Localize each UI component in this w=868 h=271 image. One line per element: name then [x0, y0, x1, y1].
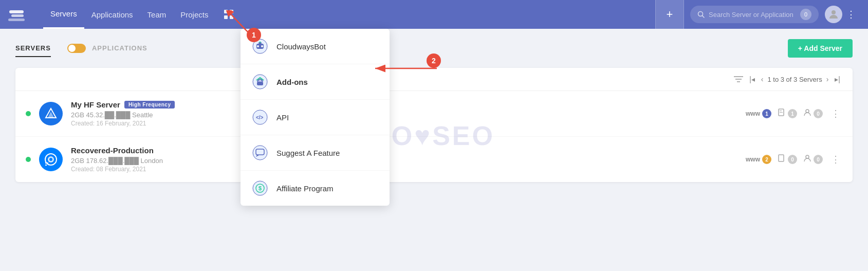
servers-container: |◂ ‹ 1 to 3 of 3 Servers › ▸| My HF Serv…: [15, 68, 853, 182]
user-icon: [803, 109, 811, 119]
user-stat: 0: [803, 109, 823, 119]
pagination-info: 1 to 3 of 3 Servers: [767, 76, 822, 83]
menu-item-suggest[interactable]: Suggest A Feature: [241, 135, 390, 171]
file-icon: [778, 154, 786, 165]
server-stats: www 2 0 0 ⋮: [746, 152, 842, 167]
svg-point-9: [832, 10, 836, 14]
menu-item-label: Suggest A Feature: [276, 149, 340, 157]
www-icon: www: [746, 110, 760, 117]
svg-point-29: [261, 45, 263, 47]
menu-item-label: Add-ons: [276, 78, 308, 86]
dollar-icon: $: [251, 179, 269, 192]
tab-servers[interactable]: SERVERS: [15, 40, 51, 57]
svg-text:$: $: [258, 185, 262, 191]
servers-apps-toggle[interactable]: [67, 44, 86, 53]
add-server-button[interactable]: + Add Server: [788, 39, 853, 58]
server-row: Recovered-Production 2GB 178.62.███.███ …: [15, 137, 853, 182]
bot-icon: [251, 37, 269, 56]
chat-icon: [251, 143, 269, 162]
svg-point-38: [253, 146, 267, 160]
menu-item-api[interactable]: </> API: [241, 100, 390, 135]
search-input[interactable]: [709, 11, 796, 19]
menu-item-label: Affiliate Program: [276, 184, 334, 193]
server-name-row: My HF Server High Frequency: [71, 100, 737, 109]
menu-item-addons[interactable]: Add-ons: [241, 64, 390, 100]
search-area: 0: [690, 6, 819, 23]
svg-point-25: [806, 155, 809, 158]
search-icon: [697, 11, 705, 18]
file-stat: 0: [778, 154, 797, 165]
file-icon: [778, 109, 786, 119]
svg-rect-0: [9, 10, 24, 13]
svg-rect-16: [780, 111, 782, 111]
menu-item-cloudwaysbot[interactable]: CloudwaysBot: [241, 29, 390, 64]
svg-rect-5: [224, 15, 228, 19]
svg-rect-24: [779, 155, 784, 161]
server-name-row: Recovered-Production: [71, 146, 737, 155]
dropdown-menu: CloudwaysBot Add-ons </> API: [241, 29, 390, 192]
www-stat: www 2: [746, 155, 771, 164]
svg-rect-17: [780, 112, 783, 113]
main-content: SERVERS APPLICATIONS + Add Server |◂ ‹ 1…: [0, 29, 868, 192]
user-count: 0: [814, 155, 823, 164]
server-name[interactable]: My HF Server: [71, 100, 120, 109]
www-icon: www: [746, 156, 760, 163]
svg-rect-1: [11, 14, 24, 17]
filter-icon[interactable]: [734, 76, 743, 83]
nav-projects[interactable]: Projects: [173, 0, 215, 29]
nav-team[interactable]: Team: [140, 0, 174, 29]
grid-menu-button[interactable]: [219, 5, 238, 24]
status-indicator: [26, 111, 31, 116]
menu-item-label: CloudwaysBot: [276, 42, 326, 51]
logo-icon: [8, 6, 31, 23]
nav-more-button[interactable]: ⋮: [842, 7, 860, 22]
svg-text:</>: </>: [256, 115, 264, 120]
file-count: 1: [788, 109, 797, 118]
user-icon: [803, 154, 811, 165]
server-meta: 2GB 178.62.███.███ London: [71, 157, 737, 165]
svg-point-28: [257, 45, 259, 47]
svg-rect-33: [257, 82, 263, 85]
www-stat: www 1: [746, 109, 771, 118]
server-logo-do: [39, 148, 63, 171]
nav-links: Servers Applications Team Projects: [43, 0, 238, 29]
tab-applications[interactable]: APPLICATIONS: [92, 40, 147, 57]
high-frequency-badge: High Frequency: [124, 101, 175, 109]
server-info: My HF Server High Frequency 2GB 45.32.██…: [71, 100, 737, 127]
last-page-button[interactable]: ▸|: [833, 74, 842, 84]
user-avatar[interactable]: [825, 6, 842, 23]
svg-point-21: [49, 158, 52, 161]
server-date: Created: 16 February, 2021: [71, 120, 737, 127]
server-more-button[interactable]: ⋮: [829, 106, 842, 121]
top-navigation: Servers Applications Team Projects + 0: [0, 0, 868, 29]
file-count: 0: [788, 155, 797, 164]
nav-add-button[interactable]: +: [655, 0, 684, 29]
server-more-button[interactable]: ⋮: [829, 152, 842, 167]
logo[interactable]: [8, 6, 31, 23]
file-stat: 1: [778, 109, 797, 119]
first-page-button[interactable]: |◂: [747, 74, 757, 84]
svg-rect-6: [230, 15, 233, 19]
servers-header: |◂ ‹ 1 to 3 of 3 Servers › ▸|: [15, 68, 853, 91]
www-count: 1: [762, 109, 771, 118]
svg-point-31: [260, 42, 261, 43]
svg-rect-3: [224, 10, 228, 13]
menu-item-affiliate[interactable]: $ Affiliate Program: [241, 171, 390, 192]
server-info: Recovered-Production 2GB 178.62.███.███ …: [71, 146, 737, 173]
server-logo-vultr: [39, 102, 63, 125]
notification-badge[interactable]: 0: [800, 9, 811, 20]
server-stats: www 1 1 0 ⋮: [746, 106, 842, 121]
nav-applications[interactable]: Applications: [84, 0, 140, 29]
svg-rect-2: [8, 19, 25, 21]
user-count: 0: [814, 109, 823, 118]
server-name[interactable]: Recovered-Production: [71, 146, 154, 155]
tabs-row: SERVERS APPLICATIONS + Add Server: [15, 39, 853, 58]
nav-servers[interactable]: Servers: [43, 0, 84, 29]
www-count: 2: [762, 155, 771, 164]
svg-line-8: [703, 16, 705, 18]
server-meta: 2GB 45.32.██.███ Seattle: [71, 111, 737, 119]
prev-page-button[interactable]: ‹: [759, 74, 766, 84]
next-page-button[interactable]: ›: [824, 74, 831, 84]
pagination-controls: |◂ ‹ 1 to 3 of 3 Servers › ▸|: [747, 74, 842, 84]
svg-rect-4: [230, 10, 233, 13]
